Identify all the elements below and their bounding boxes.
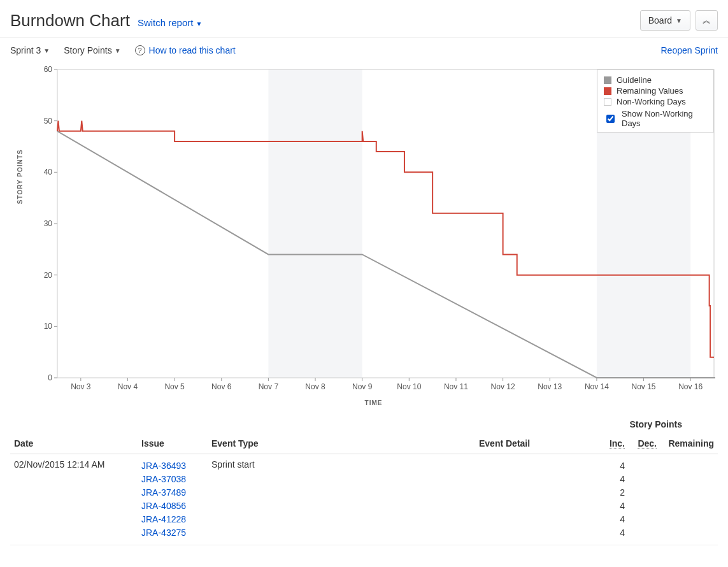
sprint-label: Sprint 3 (10, 45, 41, 55)
reopen-sprint-link[interactable]: Reopen Sprint (660, 45, 718, 55)
square-icon (604, 76, 611, 84)
legend-nonworking: Non-Working Days (604, 97, 707, 106)
page-header: Burndown Chart Switch report ▼ Board ▼ ︽ (0, 0, 728, 37)
chevron-down-icon: ▼ (196, 20, 203, 27)
col-event-detail: Event Detail (475, 433, 597, 454)
collapse-button[interactable]: ︽ (696, 10, 718, 31)
legend-remaining: Remaining Values (604, 86, 707, 96)
col-issue: Issue (138, 433, 208, 454)
board-button[interactable]: Board ▼ (640, 10, 690, 31)
legend-show-nonworking-label: Show Non-Working Days (622, 109, 707, 128)
chevron-down-icon: ▼ (115, 47, 121, 54)
svg-text:Nov 10: Nov 10 (397, 382, 421, 391)
legend-show-nonworking[interactable]: Show Non-Working Days (604, 109, 707, 128)
svg-text:Nov 12: Nov 12 (491, 382, 515, 391)
header-left: Burndown Chart Switch report ▼ (10, 11, 203, 31)
issue-link[interactable]: JRA-43275 (141, 526, 204, 540)
svg-text:Nov 16: Nov 16 (678, 382, 703, 391)
events-table-container: Story Points Date Issue Event Type Event… (0, 419, 728, 558)
issue-link[interactable]: JRA-36493 (141, 459, 204, 473)
header-right: Board ▼ ︽ (640, 10, 718, 31)
svg-text:60: 60 (44, 66, 53, 74)
page-title: Burndown Chart (10, 11, 130, 31)
table-header-row: Date Issue Event Type Event Detail Inc. … (10, 433, 718, 454)
square-icon (604, 98, 611, 106)
col-inc: Inc. (597, 433, 629, 454)
legend-guideline-label: Guideline (617, 75, 652, 85)
cell-inc: 442444 (597, 454, 629, 545)
table-row: 02/Nov/2015 12:14 AMJRA-36493JRA-37038JR… (10, 454, 718, 545)
chart-container: STORY POINTS 0102030405060Nov 3Nov 4Nov … (0, 63, 728, 419)
svg-text:Nov 8: Nov 8 (305, 382, 325, 391)
cell-dec (629, 454, 660, 545)
svg-text:Nov 4: Nov 4 (118, 382, 138, 391)
svg-text:Nov 11: Nov 11 (444, 382, 468, 391)
svg-text:Nov 14: Nov 14 (585, 382, 609, 391)
issue-link[interactable]: JRA-41228 (141, 513, 204, 526)
svg-text:40: 40 (44, 168, 53, 176)
svg-text:Nov 6: Nov 6 (211, 382, 232, 391)
legend-nonworking-label: Non-Working Days (617, 97, 686, 106)
help-icon: ? (135, 45, 145, 55)
svg-text:Nov 3: Nov 3 (71, 382, 91, 391)
sprint-dropdown[interactable]: Sprint 3 ▼ (10, 45, 50, 55)
cell-date: 02/Nov/2015 12:14 AM (10, 454, 138, 545)
col-remaining: Remaining (660, 433, 718, 454)
square-icon (604, 87, 611, 95)
svg-text:50: 50 (44, 117, 53, 126)
cell-remaining (660, 454, 718, 545)
estimate-label: Story Points (64, 45, 111, 55)
issue-link[interactable]: JRA-37038 (141, 473, 204, 486)
col-date: Date (10, 433, 138, 454)
svg-text:Nov 15: Nov 15 (632, 382, 656, 391)
cell-event-detail (475, 454, 597, 545)
toolbar: Sprint 3 ▼ Story Points ▼ ? How to read … (0, 38, 728, 63)
chart-area: STORY POINTS 0102030405060Nov 3Nov 4Nov … (32, 66, 715, 397)
svg-text:Nov 5: Nov 5 (164, 382, 185, 391)
chevron-down-icon: ▼ (43, 47, 50, 54)
svg-text:0: 0 (48, 373, 52, 382)
svg-text:Nov 7: Nov 7 (259, 382, 279, 391)
svg-text:30: 30 (44, 219, 53, 228)
story-points-group-header: Story Points (10, 419, 718, 433)
y-axis-label: STORY POINTS (17, 149, 24, 204)
events-table: Date Issue Event Type Event Detail Inc. … (10, 433, 718, 545)
estimate-dropdown[interactable]: Story Points ▼ (64, 45, 120, 55)
legend-remaining-label: Remaining Values (617, 86, 683, 96)
svg-text:10: 10 (44, 322, 53, 331)
svg-rect-0 (268, 69, 362, 378)
chart-legend: Guideline Remaining Values Non-Working D… (597, 69, 714, 133)
issue-link[interactable]: JRA-37489 (141, 486, 204, 499)
issue-link[interactable]: JRA-40856 (141, 499, 204, 513)
legend-guideline: Guideline (604, 75, 707, 85)
switch-report-label: Switch report (138, 17, 194, 28)
svg-text:Nov 9: Nov 9 (352, 382, 373, 391)
board-button-label: Board (648, 15, 672, 25)
how-to-read-link[interactable]: ? How to read this chart (135, 45, 236, 55)
svg-text:20: 20 (44, 271, 53, 280)
x-axis-label: TIME (32, 399, 715, 406)
switch-report-link[interactable]: Switch report ▼ (138, 17, 203, 28)
how-to-label: How to read this chart (149, 45, 236, 55)
col-dec: Dec. (629, 433, 660, 454)
show-nonworking-checkbox[interactable] (606, 115, 615, 123)
cell-event-type: Sprint start (208, 454, 475, 545)
svg-text:Nov 13: Nov 13 (538, 382, 562, 391)
chevron-down-icon: ▼ (676, 17, 682, 24)
cell-issue: JRA-36493JRA-37038JRA-37489JRA-40856JRA-… (138, 454, 208, 545)
chevron-double-up-icon: ︽ (703, 15, 711, 25)
toolbar-left: Sprint 3 ▼ Story Points ▼ ? How to read … (10, 45, 236, 55)
col-event-type: Event Type (208, 433, 475, 454)
